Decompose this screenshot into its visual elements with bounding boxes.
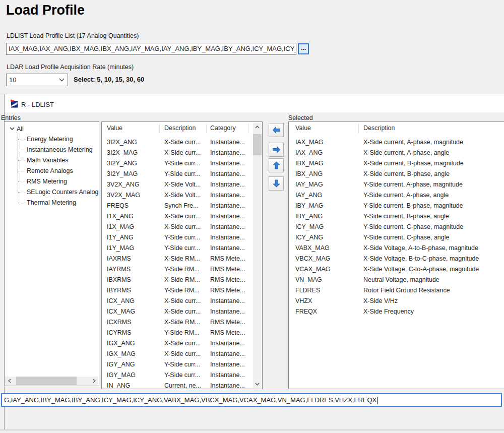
- table-row[interactable]: 3I2Y_MAGY-Side curr...Instantane...: [102, 169, 262, 179]
- cell: Y-Side current, A-phase, magnitude: [363, 179, 463, 190]
- table-row[interactable]: 3V2X_MAGX-Side Volt...Instantane...: [102, 190, 262, 201]
- table-row[interactable]: IAXRMSX-Side RM...RMS Mete...: [102, 254, 262, 264]
- table-row[interactable]: IGX_MAGX-Side curr...Instantane...: [102, 349, 262, 359]
- scroll-up-button[interactable]: [253, 122, 262, 131]
- cell: ICX_MAG: [107, 306, 135, 317]
- table-row[interactable]: IN_ANGCurrent, ne...Instantane...: [102, 381, 262, 389]
- table-row[interactable]: FLDRESRotor Field Ground Resistance: [289, 285, 504, 296]
- cell: X-Side V/Hz: [363, 296, 398, 306]
- scroll-left-icon: [8, 379, 11, 383]
- selected-label: Selected: [288, 114, 313, 121]
- table-row[interactable]: IBXRMSX-Side RM...RMS Mete...: [102, 275, 262, 285]
- cell: RMS Mete...: [210, 285, 245, 296]
- dialog-title: R - LDLIST: [21, 101, 54, 108]
- table-row[interactable]: Math Variables: [5, 155, 99, 166]
- table-row[interactable]: ICX_ANGX-Side curr...Instantane...: [102, 296, 262, 306]
- cell: RMS Mete...: [210, 254, 245, 264]
- scrollbar-thumb[interactable]: [253, 134, 262, 155]
- available-vertical-scrollbar[interactable]: [253, 122, 262, 388]
- table-row[interactable]: IBX_ANGX-Side current, B-phase, angle: [289, 169, 504, 179]
- column-header-value[interactable]: Value: [295, 125, 311, 132]
- scroll-down-button[interactable]: [253, 380, 262, 388]
- table-row[interactable]: 3I2Y_ANGY-Side curr...Instantane...: [102, 158, 262, 169]
- table-row[interactable]: 3I2X_MAGX-Side curr...Instantane...: [102, 148, 262, 158]
- cell: IAXRMS: [107, 254, 131, 264]
- table-row[interactable]: ICXRMSX-Side RM...RMS Mete...: [102, 317, 262, 328]
- cell: X-Side RM...: [164, 254, 200, 264]
- ldar-combobox[interactable]: 10: [6, 74, 68, 86]
- column-header-description[interactable]: Description: [363, 125, 395, 132]
- scroll-right-icon: [93, 379, 96, 383]
- ldar-value: 10: [9, 76, 16, 84]
- move-right-button[interactable]: [269, 143, 284, 157]
- table-row[interactable]: VABX_MAGX-Side Voltage, A-to-B-phase, ma…: [289, 243, 504, 254]
- cell: Instantane...: [210, 370, 245, 381]
- table-row[interactable]: VN_MAGNeutral Voltage, magnitude: [289, 275, 504, 285]
- scroll-left-button[interactable]: [5, 377, 14, 385]
- table-row[interactable]: ICY_MAGY-Side current, C-phase, magnitud…: [289, 222, 504, 232]
- table-row[interactable]: IGY_ANGY-Side curr...Instantane...: [102, 359, 262, 370]
- cell: I1Y_ANG: [107, 232, 134, 243]
- table-row[interactable]: IBY_MAGY-Side current, B-phase, magnitud…: [289, 201, 504, 211]
- cell: 3I2Y_MAG: [107, 169, 138, 179]
- column-header-category[interactable]: Category: [210, 125, 236, 132]
- table-row[interactable]: I1X_MAGX-Side curr...Instantane...: [102, 222, 262, 232]
- table-row[interactable]: Instantaneous Metering: [5, 145, 99, 155]
- arrow-right-icon: [272, 145, 281, 154]
- table-row[interactable]: IGY_MAGY-Side curr...Instantane...: [102, 370, 262, 381]
- dialog-bottom-border: [0, 429, 504, 430]
- table-row[interactable]: FREQXX-Side Frequency: [289, 306, 504, 317]
- ldlist-browse-button[interactable]: ...: [298, 43, 309, 54]
- cell: VN_MAG: [295, 275, 322, 285]
- table-row[interactable]: RMS Metering: [5, 176, 99, 187]
- tree-horizontal-scrollbar[interactable]: [5, 377, 98, 385]
- move-down-button[interactable]: [269, 176, 284, 191]
- ldlist-edit-input[interactable]: G,IAY_ANG,IBY_MAG,IBY_ANG,ICY_MAG,ICY_AN…: [1, 393, 502, 407]
- table-row[interactable]: FREQSSynch Fre...Instantane...: [102, 201, 262, 211]
- ldlist-input[interactable]: IAX_MAG,IAX_ANG,IBX_MAG,IBX_ANG,IAY_MAG,…: [6, 43, 296, 55]
- cell: RMS Mete...: [210, 264, 245, 275]
- table-row[interactable]: ICY_ANGY-Side current, C-phase, angle: [289, 232, 504, 243]
- table-row[interactable]: 3I2X_ANGX-Side curr...Instantane...: [102, 137, 262, 148]
- cell: X-Side RM...: [164, 275, 200, 285]
- column-header-description[interactable]: Description: [164, 125, 196, 132]
- table-row[interactable]: IGX_ANGX-Side curr...Instantane...: [102, 338, 262, 349]
- move-up-button[interactable]: [269, 158, 284, 172]
- table-row[interactable]: VHZXX-Side V/Hz: [289, 296, 504, 306]
- table-row[interactable]: 3V2X_ANGX-Side Volt...Instantane...: [102, 179, 262, 190]
- cell: Rotor Field Ground Resistance: [363, 285, 450, 296]
- table-row[interactable]: VCAX_MAGX-Side Voltage, C-to-A-phase, ma…: [289, 264, 504, 275]
- tree-items: Energy MeteringInstantaneous MeteringMat…: [5, 134, 99, 208]
- table-row[interactable]: I1Y_MAGY-Side curr...Instantane...: [102, 243, 262, 254]
- table-row[interactable]: Thermal Metering: [5, 198, 99, 208]
- cell: IGX_MAG: [107, 349, 136, 359]
- table-row[interactable]: IAYRMSY-Side RM...RMS Mete...: [102, 264, 262, 275]
- table-row[interactable]: Remote Analogs: [5, 166, 99, 176]
- table-row[interactable]: IBYRMSY-Side RM...RMS Mete...: [102, 285, 262, 296]
- table-row[interactable]: ICX_MAGX-Side curr...Instantane...: [102, 306, 262, 317]
- table-row[interactable]: IAY_MAGY-Side current, A-phase, magnitud…: [289, 179, 504, 190]
- table-row[interactable]: I1X_ANGX-Side curr...Instantane...: [102, 211, 262, 222]
- column-header-value[interactable]: Value: [107, 125, 122, 132]
- table-row[interactable]: Energy Metering: [5, 134, 99, 145]
- cell: ICY_MAG: [295, 222, 324, 232]
- tree-expander-icon[interactable]: [10, 127, 15, 131]
- table-row[interactable]: IAY_ANGY-Side current, A-phase, angle: [289, 190, 504, 201]
- table-row[interactable]: IBY_ANGY-Side current, B-phase, angle: [289, 211, 504, 222]
- text-caret: [377, 397, 377, 404]
- cell: 3I2Y_ANG: [107, 158, 137, 169]
- table-row[interactable]: SELogic Counters Analogs: [5, 187, 99, 198]
- scrollbar-thumb[interactable]: [16, 377, 77, 385]
- sel-settings-icon: [10, 99, 19, 108]
- table-row[interactable]: IAX_MAGX-Side current, A-phase, magnitud…: [289, 137, 504, 148]
- cell: Instantane...: [210, 338, 245, 349]
- cell: Instantane...: [210, 148, 245, 158]
- table-row[interactable]: IBX_MAGX-Side current, B-phase, magnitud…: [289, 158, 504, 169]
- move-left-button[interactable]: [269, 123, 284, 137]
- column-divider: [159, 123, 160, 134]
- table-row[interactable]: IAX_ANGX-Side current, A-phase, angle: [289, 148, 504, 158]
- scroll-right-button[interactable]: [90, 377, 98, 385]
- table-row[interactable]: ICYRMSY-Side RM...RMS Mete...: [102, 328, 262, 338]
- table-row[interactable]: VBCX_MAGX-Side Voltage, B-to-C-phase, ma…: [289, 254, 504, 264]
- table-row[interactable]: I1Y_ANGY-Side curr...Instantane...: [102, 232, 262, 243]
